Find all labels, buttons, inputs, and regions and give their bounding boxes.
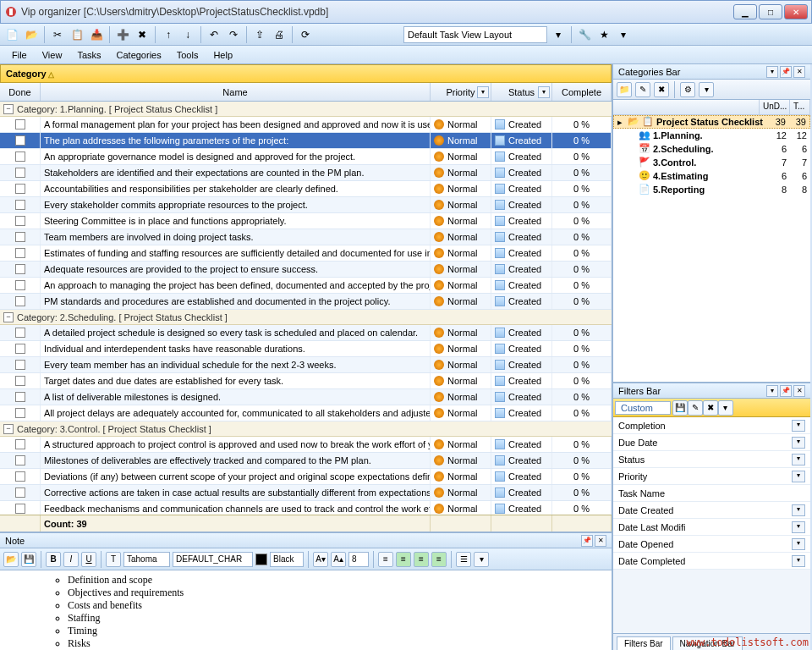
checkbox[interactable] — [15, 216, 25, 226]
checkbox[interactable] — [15, 439, 25, 449]
col-complete[interactable]: Complete — [552, 83, 612, 101]
checkbox[interactable] — [15, 135, 25, 146]
align-left-icon[interactable]: ≡ — [378, 552, 393, 567]
filter-row[interactable]: Date Opened▾ — [613, 536, 810, 553]
table-row[interactable]: An appropriate governance model is desig… — [0, 149, 612, 165]
table-row[interactable]: Target dates and due dates are establish… — [0, 373, 612, 389]
note-body[interactable]: Definition and scopeObjectives and requi… — [0, 570, 612, 650]
chevron-down-icon[interactable]: ▾ — [792, 555, 805, 567]
chevron-down-icon[interactable]: ▾ — [792, 437, 805, 449]
checkbox[interactable] — [15, 488, 25, 498]
table-row[interactable]: A detailed project schedule is designed … — [0, 325, 612, 341]
table-row[interactable]: A structured approach to project control… — [0, 437, 612, 453]
dropdown-icon[interactable]: ▾ — [474, 552, 489, 567]
filter-row[interactable]: Priority▾ — [613, 468, 810, 485]
bullet-list-icon[interactable]: ☰ — [456, 552, 471, 567]
redo-icon[interactable]: ↷ — [225, 26, 242, 43]
copy-icon[interactable]: 📋 — [69, 26, 85, 43]
table-row[interactable]: Milestones of deliverables are effective… — [0, 453, 612, 469]
category-item[interactable]: 👥1.Planning.1212 — [613, 129, 810, 142]
category-row[interactable]: −Category: 2.Scheduling. [ Project Statu… — [0, 310, 612, 325]
note-open-icon[interactable]: 📂 — [3, 552, 19, 567]
move-down-icon[interactable]: ↓ — [179, 26, 196, 43]
checkbox[interactable] — [15, 471, 25, 482]
group-by-bar[interactable]: Category — [0, 64, 612, 83]
checkbox[interactable] — [15, 119, 25, 129]
chevron-down-icon[interactable]: ▾ — [792, 538, 805, 550]
close-icon[interactable]: ✕ — [793, 385, 805, 397]
color-swatch[interactable] — [255, 554, 267, 565]
checkbox[interactable] — [15, 455, 25, 465]
align-center-icon[interactable]: ≡ — [396, 552, 411, 567]
panel-menu-icon[interactable]: ▾ — [766, 66, 778, 78]
tool-c-icon[interactable]: ▾ — [615, 26, 632, 43]
table-row[interactable]: Deviations (if any) between current scop… — [0, 469, 612, 485]
table-row[interactable]: A list of deliverable milestones is desi… — [0, 389, 612, 405]
new-task-icon[interactable]: ➕ — [114, 26, 131, 43]
pin-icon[interactable]: 📌 — [780, 66, 792, 78]
table-row[interactable]: Every team member has an individual sche… — [0, 357, 612, 373]
filter-row[interactable]: Status▾ — [613, 451, 810, 468]
table-row[interactable]: Estimates of funding and staffing resour… — [0, 245, 612, 262]
filter-row[interactable]: Date Created▾ — [613, 502, 810, 519]
maximize-button[interactable] — [759, 4, 782, 19]
move-up-icon[interactable]: ↑ — [160, 26, 177, 43]
chevron-down-icon[interactable]: ▾ — [538, 86, 550, 98]
align-justify-icon[interactable]: ≡ — [431, 552, 447, 567]
table-row[interactable]: Team members are involved in doing proje… — [0, 229, 612, 245]
chevron-down-icon[interactable]: ▾ — [792, 471, 805, 482]
size-down-icon[interactable]: A▾ — [313, 552, 328, 567]
table-row[interactable]: All project delays are adequately accoun… — [0, 405, 612, 421]
bold-button[interactable]: B — [46, 552, 61, 567]
checkbox[interactable] — [15, 376, 25, 386]
menu-file[interactable]: File — [5, 48, 34, 62]
checkbox[interactable] — [15, 232, 25, 242]
category-item[interactable]: 🚩3.Control.77 — [613, 156, 810, 169]
font-charset-select[interactable] — [173, 552, 253, 567]
italic-button[interactable]: I — [63, 552, 79, 567]
col-done[interactable]: Done — [0, 83, 41, 101]
font-size-input[interactable] — [348, 552, 369, 567]
category-item[interactable]: 🙂4.Estimating66 — [613, 169, 810, 183]
table-row[interactable]: PM standards and procedures are establis… — [0, 294, 612, 310]
new-file-icon[interactable]: 📄 — [3, 26, 20, 43]
collapse-icon[interactable]: − — [3, 424, 14, 434]
font-family-select[interactable] — [123, 552, 170, 567]
table-row[interactable]: An approach to managing the project has … — [0, 278, 612, 294]
checkbox[interactable] — [15, 264, 25, 274]
table-row[interactable]: Adequate resources are provided to the p… — [0, 262, 612, 278]
layout-combo[interactable] — [403, 26, 547, 43]
tool-a-icon[interactable]: 🔧 — [576, 26, 593, 43]
checkbox[interactable] — [15, 408, 25, 418]
categories-tree[interactable]: ▸📂📋Project Status Checklist3939👥1.Planni… — [613, 115, 810, 382]
tab-filters-bar[interactable]: Filters Bar — [617, 636, 671, 650]
collapse-icon[interactable]: − — [3, 312, 14, 322]
menu-view[interactable]: View — [36, 48, 69, 62]
pin-icon[interactable]: 📌 — [780, 385, 792, 397]
col-name[interactable]: Name — [41, 83, 431, 101]
align-right-icon[interactable]: ≡ — [414, 552, 429, 567]
close-icon[interactable]: ✕ — [793, 66, 805, 78]
checkbox[interactable] — [15, 248, 25, 258]
size-up-icon[interactable]: A▴ — [331, 552, 346, 567]
table-row[interactable]: Steering Committee is in place and funct… — [0, 213, 612, 229]
checkbox[interactable] — [15, 344, 25, 354]
grid-body[interactable]: −Category: 1.Planning. [ Project Status … — [0, 102, 612, 515]
category-options-icon[interactable]: ⚙ — [680, 82, 695, 97]
dropdown-icon[interactable]: ▾ — [699, 82, 714, 97]
filter-clear-icon[interactable]: ✖ — [703, 400, 718, 416]
table-row[interactable]: Individual and interdependent tasks have… — [0, 341, 612, 357]
col-status[interactable]: Status▾ — [491, 83, 552, 101]
cut-icon[interactable]: ✂ — [49, 26, 66, 43]
checkbox[interactable] — [15, 504, 25, 514]
checkbox[interactable] — [15, 328, 25, 338]
checkbox[interactable] — [15, 296, 25, 306]
layout-dropdown-icon[interactable]: ▾ — [550, 26, 567, 43]
pin-icon[interactable]: 📌 — [581, 535, 593, 547]
undo-icon[interactable]: ↶ — [206, 26, 222, 43]
delete-icon[interactable]: ✖ — [134, 26, 151, 43]
checkbox[interactable] — [15, 168, 25, 178]
checkbox[interactable] — [15, 280, 25, 290]
minimize-button[interactable] — [733, 4, 757, 19]
filter-row[interactable]: Task Name — [613, 485, 810, 502]
